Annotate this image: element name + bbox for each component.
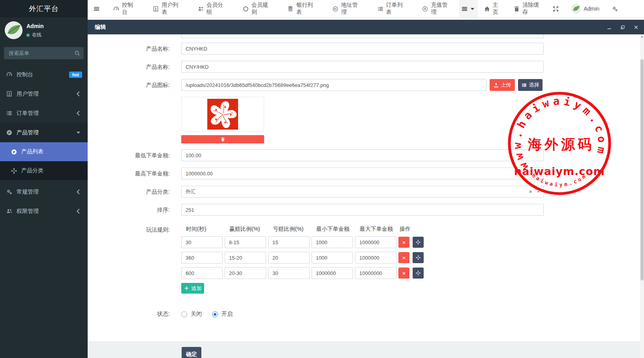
hot-badge: hot: [69, 72, 82, 78]
rule-loss-input[interactable]: [268, 236, 310, 248]
navbar-right: 主页 清除缓存 Admin: [459, 0, 644, 17]
product-code-input[interactable]: [181, 43, 544, 55]
field-label: 产品图标:: [88, 79, 170, 91]
settings-gears[interactable]: [606, 6, 624, 12]
max-amount-input[interactable]: [181, 168, 544, 179]
caret-down-icon[interactable]: [537, 190, 540, 194]
rule-win-input[interactable]: [225, 236, 266, 248]
sidebar-item-orders[interactable]: 订单管理: [0, 104, 88, 123]
rule-min-input[interactable]: [312, 252, 353, 264]
clear-selection-icon[interactable]: ×: [529, 188, 532, 195]
chevron-left-icon: [75, 110, 81, 116]
delete-image-button[interactable]: [181, 135, 264, 143]
upload-button[interactable]: 上传: [490, 79, 515, 91]
rule-max-input[interactable]: [355, 267, 396, 279]
modal-footer: 确定: [88, 341, 644, 358]
fullscreen-toggle[interactable]: [546, 6, 565, 12]
move-rule-button[interactable]: [413, 252, 424, 263]
rule-time-input[interactable]: [181, 252, 223, 264]
status-radio-group: 关闭 开启: [181, 311, 233, 318]
trash-icon: [514, 6, 520, 12]
radio-on[interactable]: [212, 311, 218, 317]
sidebar-nav: 控制台 hot 用户管理 订单管理 P 产品管理 P 产品列: [0, 65, 88, 221]
vertical-scrollbar[interactable]: [640, 34, 644, 358]
dashboard-icon: [6, 72, 12, 77]
scroll-up-arrow[interactable]: [641, 36, 643, 38]
modal-body: 产品名称: 产品名称: 产品图标: 上传 选择: [88, 34, 644, 341]
database-icon: [287, 6, 293, 12]
top-navbar: 控制台 用户列表 会员分组 会员规则 银行列表 地址管理 订单列表 充值管理 主…: [88, 0, 644, 18]
remove-rule-button[interactable]: ×: [398, 237, 409, 248]
minimize-icon[interactable]: [605, 24, 613, 30]
nav-item-bank-list[interactable]: 银行列表: [280, 0, 325, 17]
menu-dropdown-button[interactable]: [459, 0, 478, 17]
move-icon: [416, 255, 421, 260]
nav-home[interactable]: 主页: [478, 2, 507, 16]
nav-item-address-mgmt[interactable]: 地址管理: [325, 0, 370, 17]
rule-loss-input[interactable]: [268, 267, 310, 279]
confirm-button[interactable]: 确定: [182, 347, 201, 358]
list-icon: [6, 110, 12, 116]
chevron-down-icon: [75, 130, 81, 136]
field-label: 产品分类:: [88, 186, 170, 198]
sidebar-item-permissions[interactable]: 权限管理: [0, 202, 88, 221]
sidebar-item-dashboard[interactable]: 控制台 hot: [0, 65, 88, 84]
min-amount-input[interactable]: [181, 149, 544, 161]
radio-on-label[interactable]: 开启: [222, 311, 233, 318]
nav-item-dashboard[interactable]: 控制台: [105, 0, 145, 17]
scrollbar-thumb[interactable]: [640, 59, 644, 281]
sidebar-item-product-list[interactable]: P 产品列表: [0, 142, 88, 161]
sidebar-item-product-category[interactable]: 产品分类: [0, 161, 88, 180]
rule-max-input[interactable]: [355, 252, 396, 264]
trash-icon: [221, 137, 225, 141]
menu-icon: [462, 6, 468, 12]
remove-rule-button[interactable]: ×: [398, 252, 409, 263]
add-rule-button[interactable]: 追加: [181, 283, 204, 294]
user-name: Admin: [26, 23, 44, 29]
radio-off-label[interactable]: 关闭: [191, 311, 202, 318]
maximize-icon[interactable]: [619, 24, 627, 30]
field-label: 最高下单金额:: [88, 168, 170, 179]
search-icon: [74, 50, 80, 56]
users-icon: [6, 208, 12, 214]
radio-off[interactable]: [181, 311, 187, 317]
rule-win-input[interactable]: [225, 267, 266, 279]
move-rule-button[interactable]: [413, 268, 424, 279]
app-window: 外汇平台 Admin 在线 控制台 hot 用户管理: [0, 0, 644, 358]
caret-down-icon: [469, 6, 475, 12]
home-icon: [484, 6, 490, 12]
rule-max-input[interactable]: [355, 236, 396, 248]
nav-item-user-list[interactable]: 用户列表: [145, 0, 190, 17]
user-menu[interactable]: Admin: [565, 4, 606, 13]
rule-loss-input[interactable]: [268, 252, 310, 264]
rule-min-input[interactable]: [312, 267, 353, 279]
nav-item-member-groups[interactable]: 会员分组: [190, 0, 235, 17]
sidebar: 外汇平台 Admin 在线 控制台 hot 用户管理: [0, 0, 88, 358]
nav-item-order-list[interactable]: 订单列表: [370, 0, 415, 17]
nav-item-recharge[interactable]: 充值管理: [414, 0, 459, 17]
image-preview-box: [181, 97, 264, 132]
sidebar-item-general[interactable]: 常规管理: [0, 182, 88, 202]
sidebar-item-products[interactable]: P 产品管理: [0, 123, 88, 142]
category-select[interactable]: 外汇 ×: [181, 186, 544, 198]
rule-min-input[interactable]: [312, 236, 353, 248]
product-icon: P: [6, 130, 12, 136]
sidebar-item-users[interactable]: 用户管理: [0, 84, 88, 104]
hamburger-icon[interactable]: [88, 6, 105, 12]
nav-item-member-rules[interactable]: 会员规则: [235, 0, 280, 17]
product-icon-path-input[interactable]: [181, 79, 486, 91]
partial-input[interactable]: [181, 34, 544, 38]
close-icon[interactable]: [632, 24, 640, 30]
rule-win-input[interactable]: [225, 252, 266, 264]
sidebar-search-input[interactable]: [4, 47, 84, 59]
sort-input[interactable]: [181, 204, 544, 216]
rules-header: 操作: [400, 226, 411, 233]
rule-time-input[interactable]: [181, 236, 223, 248]
nav-clear-cache[interactable]: 清除缓存: [507, 2, 546, 16]
field-label: 产品名称:: [88, 43, 170, 55]
rule-time-input[interactable]: [181, 267, 223, 279]
move-rule-button[interactable]: [413, 237, 424, 248]
remove-rule-button[interactable]: ×: [398, 268, 409, 279]
choose-button[interactable]: 选择: [518, 79, 543, 91]
product-name-input[interactable]: [181, 61, 544, 73]
